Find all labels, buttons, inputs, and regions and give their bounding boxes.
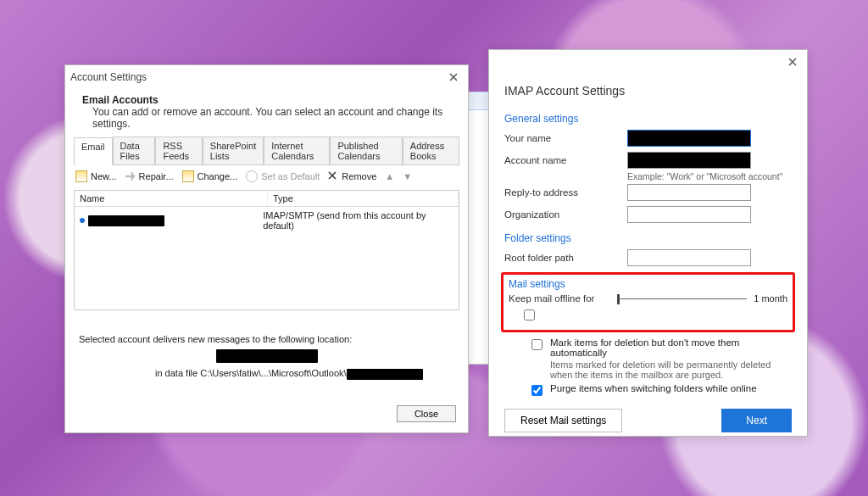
mark-for-deletion-checkbox[interactable] <box>531 339 542 350</box>
your-name-label: Your name <box>504 133 627 143</box>
keep-offline-value: 1 month <box>754 293 787 304</box>
purge-checkbox[interactable] <box>531 385 542 396</box>
organization-label: Organization <box>504 209 627 220</box>
general-settings-section: General settings <box>504 113 792 125</box>
change-button[interactable]: Change... <box>182 170 238 182</box>
reset-mail-settings-button[interactable]: Reset Mail settings <box>504 409 622 432</box>
arrow-up-icon: ▲ <box>385 171 394 181</box>
delivery-location: Selected account delivers new messages t… <box>74 327 459 398</box>
reply-to-label: Reply-to address <box>504 187 627 198</box>
next-button[interactable]: Next <box>721 409 792 432</box>
account-settings-dialog: Account Settings Email Accounts You can … <box>64 64 469 433</box>
arrow-down-icon: ▼ <box>403 171 412 181</box>
email-accounts-subheading: You can add or remove an account. You ca… <box>92 106 459 130</box>
account-type: IMAP/SMTP (send from this account by def… <box>259 209 457 232</box>
delivery-line: Selected account delivers new messages t… <box>79 334 454 344</box>
keep-offline-slider[interactable] <box>617 293 747 304</box>
mail-settings-section: Mail settings <box>509 278 787 290</box>
account-toolbar: New... Repair... Change... Set as Defaul… <box>74 165 459 188</box>
purge-label: Purge items when switching folders while… <box>550 383 757 393</box>
imap-settings-dialog: IMAP Account Settings General settings Y… <box>488 49 808 437</box>
change-label: Change... <box>198 171 238 181</box>
root-folder-label: Root folder path <box>504 253 627 263</box>
mail-settings-highlight: Mail settings Keep mail offline for 1 mo… <box>501 272 795 332</box>
move-down-button: ▼ <box>403 171 412 181</box>
account-tabs: Email Data Files RSS Feeds SharePoint Li… <box>74 137 459 165</box>
repair-label: Repair... <box>139 171 174 181</box>
mark-for-deletion-help: Items marked for deletion will be perman… <box>550 359 792 380</box>
remove-icon <box>328 171 338 181</box>
accounts-table: Name Type IMAP/SMTP (send from this acco… <box>74 190 459 310</box>
remove-button[interactable]: Remove <box>328 171 376 181</box>
data-file-prefix: in data file <box>155 368 200 378</box>
account-settings-title: Account Settings <box>70 71 147 83</box>
change-icon <box>182 170 194 182</box>
col-name-header[interactable]: Name <box>75 191 268 206</box>
remove-label: Remove <box>342 171 376 181</box>
dont-keep-copies-checkbox[interactable] <box>524 309 535 320</box>
close-icon[interactable] <box>444 68 463 86</box>
organization-input[interactable] <box>627 206 751 223</box>
close-button[interactable]: Close <box>397 405 456 422</box>
tab-sharepoint-lists[interactable]: SharePoint Lists <box>203 137 264 164</box>
tab-internet-calendars[interactable]: Internet Calendars <box>264 137 330 164</box>
new-button[interactable]: New... <box>75 170 117 182</box>
root-folder-input[interactable] <box>627 249 751 266</box>
tab-rss-feeds[interactable]: RSS Feeds <box>155 137 202 164</box>
new-label: New... <box>91 171 117 181</box>
tab-published-calendars[interactable]: Published Calendars <box>330 137 402 164</box>
default-indicator-icon <box>80 218 85 223</box>
email-accounts-heading: Email Accounts <box>82 94 459 106</box>
table-row[interactable]: IMAP/SMTP (send from this account by def… <box>75 207 459 234</box>
move-up-button: ▲ <box>385 171 394 181</box>
tab-address-books[interactable]: Address Books <box>403 137 459 164</box>
folder-settings-section: Folder settings <box>504 232 792 244</box>
data-file-redacted <box>347 369 423 380</box>
tab-data-files[interactable]: Data Files <box>113 137 156 164</box>
new-icon <box>75 170 87 182</box>
imap-title: IMAP Account Settings <box>504 84 792 98</box>
set-default-button: Set as Default <box>246 170 320 182</box>
repair-icon <box>125 171 136 181</box>
keep-offline-label: Keep mail offline for <box>509 293 610 304</box>
check-icon <box>246 170 258 182</box>
account-name-example: Example: "Work" or "Microsoft account" <box>627 171 792 181</box>
account-name-input[interactable] <box>627 152 751 169</box>
account-name-label: Account name <box>504 155 627 165</box>
data-file-path: C:\Users\fatiw\...\Microsoft\Outlook\ <box>200 368 346 378</box>
your-name-input[interactable] <box>627 130 751 147</box>
repair-button[interactable]: Repair... <box>125 171 174 181</box>
account-settings-titlebar: Account Settings <box>65 65 468 89</box>
delivery-folder-redacted <box>216 349 318 363</box>
set-default-label: Set as Default <box>261 171 320 181</box>
col-type-header[interactable]: Type <box>268 191 459 206</box>
reply-to-input[interactable] <box>627 184 751 201</box>
tab-email[interactable]: Email <box>74 137 113 165</box>
close-icon[interactable] <box>783 53 802 71</box>
mark-for-deletion-label: Mark items for deletion but don't move t… <box>550 337 792 358</box>
account-name-redacted <box>88 215 164 226</box>
